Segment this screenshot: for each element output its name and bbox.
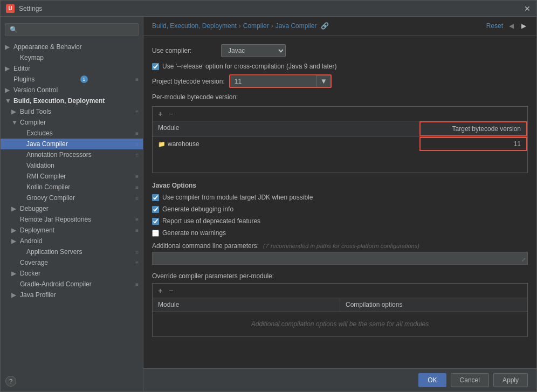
expand-arrow: ▶ — [11, 237, 18, 245]
release-option-row: Use '--release' option for cross-compila… — [152, 63, 528, 70]
sidebar-item-plugins[interactable]: ▶ Plugins 1 ≡ — [1, 74, 143, 85]
content-body: Use compiler: Javac Eclipse Ajc Use '--r… — [143, 36, 536, 368]
sidebar-item-version-control[interactable]: ▶ Version Control — [1, 85, 143, 95]
release-option-label: Use '--release' option for cross-compila… — [162, 63, 336, 70]
footer: OK Cancel Apply — [143, 368, 536, 391]
sidebar-item-label: Java Compiler — [26, 140, 68, 148]
cancel-button[interactable]: Cancel — [451, 373, 489, 387]
expand-arrow: ▶ — [11, 270, 18, 277]
version-input[interactable] — [230, 76, 316, 87]
gradle-android-icon: ≡ — [135, 281, 139, 287]
use-compiler-select[interactable]: Javac Eclipse Ajc — [221, 44, 286, 57]
sidebar-item-label: Docker — [20, 270, 40, 277]
expand-arrow: ▶ — [5, 86, 11, 94]
sidebar-item-label: Version Control — [13, 86, 58, 94]
annotation-icon: ≡ — [135, 152, 139, 158]
content-panel: Build, Execution, Deployment › Compiler … — [143, 17, 536, 391]
close-button[interactable]: ✕ — [524, 5, 531, 12]
override-table: + − Module Compilation options Additiona… — [152, 283, 528, 337]
override-add-button[interactable]: + — [156, 286, 164, 295]
sidebar-item-build-exec-deploy[interactable]: ▼ Build, Execution, Deployment — [1, 95, 143, 106]
javac-option3-row: Report use of deprecated features — [152, 217, 528, 225]
expand-arrow: ▶ — [11, 205, 18, 212]
remove-module-button[interactable]: − — [167, 109, 175, 119]
back-button[interactable]: ◀ — [507, 22, 515, 30]
sidebar-item-annotation-processors[interactable]: ▶ Annotation Processors ≡ — [1, 149, 143, 160]
sidebar-item-label: Build Tools — [20, 108, 51, 115]
sidebar-item-java-profiler[interactable]: ▶ Java Profiler — [1, 290, 143, 300]
sidebar-item-label: Kotlin Compiler — [26, 183, 70, 191]
forward-button[interactable]: ▶ — [520, 22, 528, 30]
sidebar-item-label: Annotation Processors — [26, 151, 92, 159]
override-table-header: Module Compilation options — [153, 298, 527, 312]
sidebar-item-label: Application Servers — [26, 248, 82, 256]
sidebar-item-label: Remote Jar Repositories — [20, 216, 91, 223]
additional-params-input[interactable] — [152, 252, 528, 265]
sidebar-item-label: Build, Execution, Deployment — [13, 97, 105, 105]
javac-option4-row: Generate no warnings — [152, 229, 528, 237]
javac-section-title: Javac Options — [152, 182, 528, 189]
sidebar-item-java-compiler[interactable]: ▶ Java Compiler ≡ — [1, 139, 143, 149]
sidebar-item-debugger[interactable]: ▶ Debugger — [1, 203, 143, 214]
apply-button[interactable]: Apply — [493, 373, 528, 387]
settings-icon: ≡ — [135, 77, 139, 82]
project-bytecode-row: Project bytecode version: ▼ — [152, 74, 528, 88]
javac-option1-checkbox[interactable] — [152, 194, 159, 201]
javac-option2-label: Generate debugging info — [162, 205, 233, 213]
version-dropdown-button[interactable]: ▼ — [316, 75, 331, 87]
reset-button[interactable]: Reset — [486, 22, 503, 30]
expand-arrow: ▶ — [11, 108, 18, 115]
excludes-icon: ≡ — [135, 130, 139, 136]
sidebar: ▶ Appearance & Behavior ▶ Keymap ▶ Edito… — [1, 17, 143, 391]
sidebar-item-android[interactable]: ▶ Android — [1, 236, 143, 246]
sidebar-item-app-servers[interactable]: ▶ Application Servers ≡ — [1, 246, 143, 257]
window-controls: ✕ — [524, 5, 531, 12]
override-section: Override compiler parameters per-module:… — [152, 272, 528, 337]
help-button[interactable]: ? — [5, 376, 16, 387]
javac-option2-checkbox[interactable] — [152, 206, 159, 213]
override-label: Override compiler parameters per-module: — [152, 272, 274, 280]
additional-params-hint: ('/' recommended in paths for cross-plat… — [263, 243, 419, 249]
override-col-options: Compilation options — [340, 298, 527, 311]
coverage-icon: ≡ — [135, 260, 139, 266]
sidebar-item-appearance[interactable]: ▶ Appearance & Behavior — [1, 42, 143, 52]
sidebar-item-docker[interactable]: ▶ Docker — [1, 268, 143, 279]
expand-icon[interactable]: ⤢ — [521, 257, 526, 263]
sidebar-item-remote-jar[interactable]: ▶ Remote Jar Repositories ≡ — [1, 214, 143, 225]
sidebar-item-label: Groovy Compiler — [26, 194, 75, 202]
sidebar-item-validation[interactable]: ▶ Validation — [1, 160, 143, 171]
sidebar-item-keymap[interactable]: ▶ Keymap — [1, 52, 143, 63]
search-input[interactable] — [5, 23, 139, 36]
additional-params-label: Additional command line parameters: — [152, 242, 259, 250]
sidebar-item-deployment[interactable]: ▶ Deployment ≡ — [1, 225, 143, 236]
sidebar-item-excludes[interactable]: ▶ Excludes ≡ — [1, 128, 143, 139]
sidebar-item-label: Gradle-Android Compiler — [20, 280, 92, 288]
javac-option4-checkbox[interactable] — [152, 230, 159, 237]
sidebar-item-compiler[interactable]: ▼ Compiler — [1, 117, 143, 128]
sidebar-item-groovy-compiler[interactable]: ▶ Groovy Compiler ≡ — [1, 192, 143, 203]
expand-arrow: ▶ — [11, 226, 18, 234]
sidebar-item-label: Debugger — [20, 205, 49, 212]
add-module-button[interactable]: + — [156, 109, 164, 119]
override-toolbar: + − — [153, 284, 527, 298]
sidebar-item-kotlin-compiler[interactable]: ▶ Kotlin Compiler ≡ — [1, 182, 143, 192]
sidebar-item-coverage[interactable]: ▶ Coverage ≡ — [1, 257, 143, 268]
sidebar-item-label: Coverage — [20, 259, 48, 266]
sidebar-item-label: Validation — [26, 162, 54, 169]
override-remove-button[interactable]: − — [167, 286, 175, 295]
sidebar-item-build-tools[interactable]: ▶ Build Tools ≡ — [1, 106, 143, 117]
use-compiler-row: Use compiler: Javac Eclipse Ajc — [152, 44, 528, 57]
release-option-checkbox[interactable] — [152, 63, 159, 70]
sidebar-item-editor[interactable]: ▶ Editor — [1, 63, 143, 74]
override-empty-message: Additional compilation options will be t… — [153, 312, 527, 336]
main-content: ▶ Appearance & Behavior ▶ Keymap ▶ Edito… — [1, 17, 536, 391]
java-compiler-icon: ≡ — [135, 141, 139, 147]
plugins-badge: 1 — [80, 75, 88, 83]
sidebar-item-label: Excludes — [26, 129, 53, 137]
ok-button[interactable]: OK — [418, 373, 446, 387]
table-toolbar: + − — [153, 107, 527, 121]
javac-option3-checkbox[interactable] — [152, 218, 159, 225]
app-icon: U — [6, 4, 15, 13]
sidebar-item-rmi-compiler[interactable]: ▶ RMI Compiler ≡ — [1, 171, 143, 182]
sidebar-item-gradle-android[interactable]: ▶ Gradle-Android Compiler ≡ — [1, 279, 143, 290]
